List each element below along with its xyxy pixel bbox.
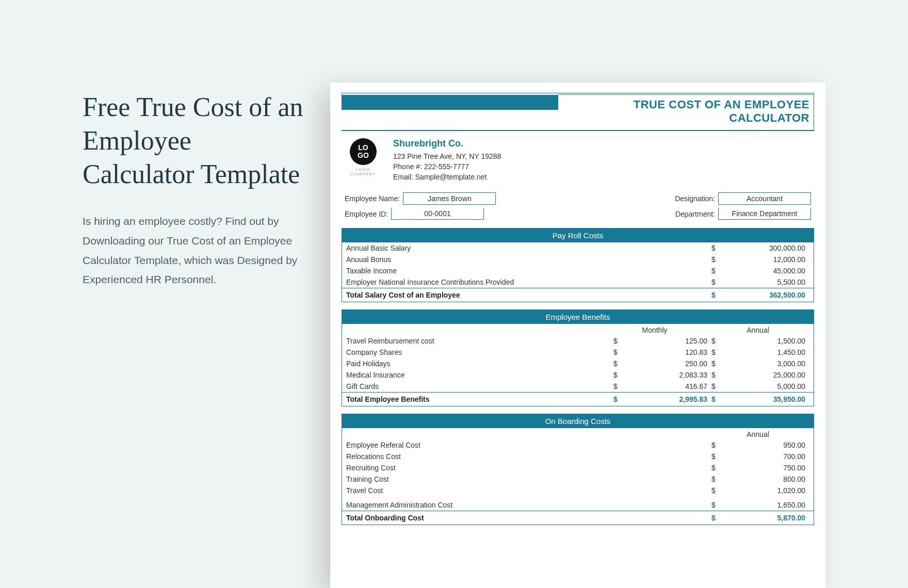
benefits-total-label: Total Employee Benefits bbox=[346, 395, 613, 403]
payroll-row-label: Annual Basic Salary bbox=[346, 244, 711, 252]
onboarding-row-value: 750.00 bbox=[722, 464, 809, 472]
benefit-row-label: Company Shares bbox=[346, 348, 613, 356]
payroll-row-value: 12,000.00 bbox=[722, 255, 809, 264]
benefit-row-monthly: 2,083.33 bbox=[624, 371, 711, 379]
onboarding-row-label: Travel Cost bbox=[346, 486, 711, 495]
onboarding-row-label: Employee Referal Cost bbox=[346, 441, 711, 449]
benefit-row-label: Gift Cards bbox=[346, 382, 613, 390]
benefit-row-annual: 5,000.00 bbox=[722, 382, 809, 390]
benefit-row-monthly: 416.67 bbox=[624, 382, 711, 390]
company-address: 123 Pine Tree Ave, NY, NY 19288 bbox=[393, 152, 501, 160]
benefit-row-annual: 25,000.00 bbox=[722, 371, 809, 379]
benefit-row-monthly: 250.00 bbox=[624, 360, 711, 368]
onboarding-row-label: Relocations Cost bbox=[346, 452, 711, 461]
benefit-row-label: Travel Reimbursement cost bbox=[346, 337, 613, 345]
onboarding-row-label: Training Cost bbox=[346, 475, 711, 483]
benefit-row-annual: 1,450.00 bbox=[722, 348, 809, 356]
benefits-total-annual: 35,950.00 bbox=[722, 395, 809, 403]
logo-icon: LOGO bbox=[350, 138, 377, 165]
employee-name-label: Employee Name: bbox=[345, 194, 403, 203]
onboarding-row-value: 1,020.00 bbox=[722, 486, 809, 495]
sheet-title: TRUE COST OF AN EMPLOYEE CALCULATOR bbox=[558, 94, 814, 130]
company-name: Shurebright Co. bbox=[393, 138, 501, 149]
page-description: Is hiring an employee costly? Find out b… bbox=[83, 211, 304, 289]
benefit-row-label: Paid Holidays bbox=[346, 360, 613, 368]
designation-field[interactable]: Accountant bbox=[718, 192, 811, 205]
onboarding-row-value: 800.00 bbox=[722, 475, 809, 483]
payroll-row-label: Taxable Income bbox=[346, 267, 711, 275]
benefit-row-annual: 1,500.00 bbox=[722, 337, 809, 345]
onboarding-total-label: Total Onboarding Cost bbox=[346, 514, 711, 522]
logo: LOGO LOGO COMPANY bbox=[345, 138, 382, 176]
employee-id-field[interactable]: 00-0001 bbox=[391, 208, 484, 220]
company-email: Email: Sample@template.net bbox=[393, 173, 501, 181]
payroll-section: Pay Roll Costs Annual Basic Salary$300,0… bbox=[342, 228, 814, 302]
payroll-row-label: Anuual Bonus bbox=[346, 255, 711, 264]
onboarding-row-value: 1,650.00 bbox=[722, 501, 809, 509]
promo-text-block: Free True Cost of an Employee Calculator… bbox=[83, 90, 304, 289]
col-monthly: Monthly bbox=[603, 326, 706, 334]
template-preview: TRUE COST OF AN EMPLOYEE CALCULATOR LOGO… bbox=[330, 83, 825, 588]
employee-id-label: Employee ID: bbox=[345, 210, 391, 218]
payroll-row-value: 5,500.00 bbox=[722, 278, 809, 286]
onboarding-total-value: 5,870.00 bbox=[722, 514, 809, 522]
payroll-heading: Pay Roll Costs bbox=[342, 228, 814, 242]
benefits-heading: Employee Benefits bbox=[342, 310, 814, 324]
payroll-row-value: 300,000.00 bbox=[722, 244, 809, 252]
benefit-row-annual: 3,000.00 bbox=[722, 360, 809, 368]
benefits-section: Employee Benefits Monthly Annual Travel … bbox=[342, 309, 814, 406]
benefit-row-label: Medical Insurance bbox=[346, 371, 613, 379]
designation-label: Designation: bbox=[675, 194, 718, 203]
col-annual: Annual bbox=[706, 430, 809, 438]
company-info: Shurebright Co. 123 Pine Tree Ave, NY, N… bbox=[393, 138, 501, 183]
currency-symbol: $ bbox=[711, 291, 722, 299]
logo-subtext: LOGO COMPANY bbox=[345, 167, 382, 176]
department-label: Department: bbox=[675, 210, 718, 218]
benefit-row-monthly: 120.83 bbox=[624, 348, 711, 356]
department-field[interactable]: Finance Department bbox=[718, 208, 811, 220]
payroll-row-value: 45,000.00 bbox=[722, 267, 809, 275]
onboarding-section: On Boarding Costs Annual Employee Refera… bbox=[342, 414, 814, 525]
spreadsheet-page: TRUE COST OF AN EMPLOYEE CALCULATOR LOGO… bbox=[330, 83, 825, 588]
onboarding-row-value: 950.00 bbox=[722, 441, 809, 449]
benefits-total-monthly: 2,995.83 bbox=[624, 395, 711, 403]
payroll-total-label: Total Salary Cost of an Employee bbox=[346, 291, 711, 299]
employee-name-field[interactable]: James Brown bbox=[403, 192, 496, 205]
onboarding-row-label: Management Administration Cost bbox=[346, 501, 711, 509]
onboarding-row-label: Recruiting Cost bbox=[346, 464, 711, 472]
onboarding-row-value: 700.00 bbox=[722, 452, 809, 461]
company-phone: Phone #: 222-555-7777 bbox=[393, 162, 501, 171]
payroll-total-value: 362,500.00 bbox=[722, 291, 809, 299]
onboarding-heading: On Boarding Costs bbox=[342, 414, 814, 428]
col-annual: Annual bbox=[706, 326, 809, 334]
page-title: Free True Cost of an Employee Calculator… bbox=[83, 90, 304, 191]
benefit-row-monthly: 125.00 bbox=[624, 337, 711, 345]
payroll-row-label: Employer National Insurance Contribution… bbox=[346, 278, 711, 286]
